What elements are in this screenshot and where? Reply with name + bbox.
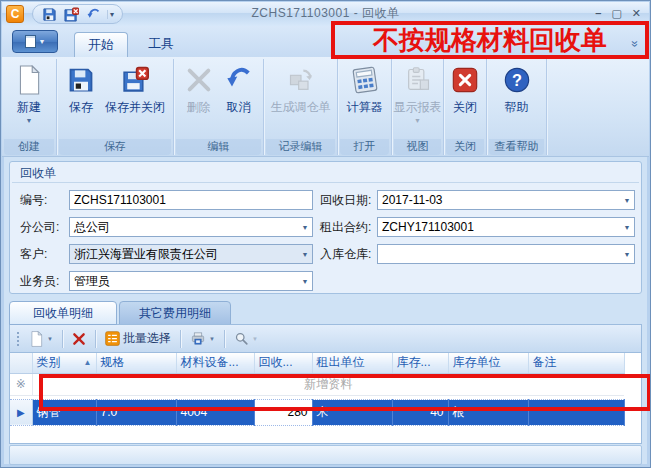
column-header-stock-qty[interactable]: 库存... <box>392 353 448 373</box>
annotation-text: 不按规格材料回收单 <box>373 23 607 58</box>
column-header-rent-unit[interactable]: 租出单位 <box>312 353 392 373</box>
chevron-down-icon: ▼ <box>47 336 53 342</box>
number-input[interactable] <box>69 190 313 210</box>
field-label-recycle-date: 回收日期: <box>320 190 378 210</box>
group-label-record-edit: 记录编辑 <box>266 139 335 155</box>
calculator-icon <box>349 64 381 96</box>
help-icon: ? <box>501 64 533 96</box>
group-label-open: 打开 <box>340 139 389 155</box>
tab-recycle-detail[interactable]: 回收单明细 <box>9 301 117 325</box>
annotation-box: 不按规格材料回收单 <box>331 21 649 59</box>
new-data-row[interactable]: ※ 新增资料 <box>10 373 624 395</box>
ribbon-group-close: 关闭 关闭 <box>444 59 487 155</box>
new-button[interactable]: 新建 ▼ <box>9 62 49 126</box>
cell-rent-unit[interactable]: 米 <box>312 399 392 425</box>
group-label-close: 关闭 <box>446 139 484 155</box>
inbound-warehouse-dropdown[interactable]: ▼ <box>377 244 635 264</box>
salesperson-dropdown[interactable]: 管理员 ▼ <box>69 271 313 291</box>
undo-icon <box>223 64 255 96</box>
field-label-lease-contract: 租出合约: <box>320 217 378 237</box>
chevron-down-icon: ▼ <box>620 251 634 258</box>
branch-dropdown[interactable]: 总公司 ▼ <box>69 217 313 237</box>
toolbar-grip <box>16 331 20 347</box>
close-form-button[interactable]: 关闭 <box>445 62 485 118</box>
app-menu-button[interactable]: ▼ <box>12 30 58 53</box>
cell-stock-unit[interactable]: 根 <box>448 399 528 425</box>
chevron-down-icon: ▼ <box>26 117 33 124</box>
column-header-spec[interactable]: 规格 <box>96 353 176 373</box>
group-label-view-help: 查看帮助 <box>489 139 544 155</box>
save-close-icon <box>119 64 151 96</box>
ribbon-group-open: 计算器 打开 <box>338 59 392 155</box>
window-title: ZCHS171103001 - 回收单 <box>2 5 649 22</box>
cell-remark[interactable] <box>528 399 624 425</box>
cell-material[interactable]: 4004 <box>176 399 254 425</box>
chevron-down-icon: ▼ <box>209 336 215 342</box>
show-report-button: 显示报表 ▼ <box>390 62 446 126</box>
ribbon: 新建 ▼ 创建 保存 保存并关闭 <box>2 57 649 157</box>
customer-dropdown[interactable]: 浙江兴海置业有限责任公司 ▼ <box>69 244 313 264</box>
window-controls: – ▢ ✕ <box>595 5 641 21</box>
field-label-customer: 客户: <box>20 244 70 264</box>
append-row-marker: ※ <box>10 373 32 395</box>
svg-text:?: ? <box>512 71 522 89</box>
add-row-button[interactable]: ▼ <box>26 329 56 349</box>
chevron-down-icon: ▼ <box>252 336 258 342</box>
delete-button: 删除 <box>179 62 219 118</box>
cell-recycle-qty-editor[interactable]: 280 <box>254 399 312 425</box>
save-and-close-button[interactable]: 保存并关闭 <box>101 62 169 118</box>
ribbon-group-save: 保存 保存并关闭 保存 <box>57 59 174 155</box>
close-button[interactable]: ✕ <box>632 5 641 21</box>
ribbon-group-edit: 删除 取消 编辑 <box>174 59 264 155</box>
help-button[interactable]: ? 帮助 <box>497 62 537 118</box>
application-window: C ▾ ZCHS171103001 - 回收单 – ▢ ✕ ▼ 开始 工具 <box>0 0 651 468</box>
app-menu-icon <box>25 35 36 48</box>
new-document-icon <box>13 64 45 96</box>
field-label-inbound-warehouse: 入库仓库: <box>320 244 378 264</box>
detail-grid: 类别▲ 规格 材料设备... 回收... 租出单位 库存... 库存单位 备注 … <box>9 353 642 444</box>
ribbon-group-view: 显示报表 ▼ 视图 <box>392 59 444 155</box>
recycle-form-groupbox: 回收单 编号: 回收日期: 2017-11-03 ▼ 分公司: 总公司 ▼ 租出… <box>9 161 642 294</box>
table-row[interactable]: ▶ 钢管 7.0 4004 280 米 40 根 <box>10 399 624 425</box>
cancel-button[interactable]: 取消 <box>219 62 259 118</box>
save-button[interactable]: 保存 <box>61 62 101 118</box>
column-header-category[interactable]: 类别▲ <box>32 353 96 373</box>
column-header-stock-unit[interactable]: 库存单位 <box>448 353 528 373</box>
save-icon <box>65 64 97 96</box>
groupbox-title: 回收单 <box>20 165 56 182</box>
cell-stock-qty[interactable]: 40 <box>392 399 448 425</box>
generate-transfer-button: 生成调仓单 <box>267 62 335 118</box>
ribbon-group-record-edit: 生成调仓单 记录编辑 <box>264 59 338 155</box>
cell-spec[interactable]: 7.0 <box>96 399 176 425</box>
transfer-boxes-icon <box>285 64 317 96</box>
export-print-button[interactable]: ▼ <box>187 329 218 348</box>
lease-contract-dropdown[interactable]: ZCHY171103001 ▼ <box>377 217 635 237</box>
new-row-hint: 新增资料 <box>32 373 624 395</box>
column-header-recycle-qty[interactable]: 回收... <box>254 353 312 373</box>
field-label-branch: 分公司: <box>20 217 70 237</box>
minimize-button[interactable]: – <box>595 5 601 21</box>
search-preview-button[interactable]: ▼ <box>231 329 261 348</box>
field-label-number: 编号: <box>20 190 70 210</box>
cell-category[interactable]: 钢管 <box>32 399 96 425</box>
grid-toolbar: ▼ 批量选择 ▼ ▼ <box>9 324 642 353</box>
tab-tools[interactable]: 工具 <box>135 32 187 57</box>
delete-x-icon <box>183 64 215 96</box>
column-header-material[interactable]: 材料设备... <box>176 353 254 373</box>
chevron-down-icon: ▼ <box>298 224 312 231</box>
chevron-down-icon: ▼ <box>298 278 312 285</box>
group-label-view: 视图 <box>394 139 441 155</box>
calculator-button[interactable]: 计算器 <box>343 62 387 118</box>
delete-row-button[interactable] <box>69 330 89 348</box>
maximize-button[interactable]: ▢ <box>611 5 621 21</box>
batch-select-button[interactable]: 批量选择 <box>102 328 174 349</box>
column-header-remark[interactable]: 备注 <box>528 353 624 373</box>
group-label-save: 保存 <box>59 139 171 155</box>
tab-start[interactable]: 开始 <box>74 32 128 57</box>
recycle-date-dropdown[interactable]: 2017-11-03 ▼ <box>377 190 635 210</box>
group-label-edit: 编辑 <box>176 139 261 155</box>
row-indicator-header <box>10 353 32 373</box>
tab-other-fees-detail[interactable]: 其它费用明细 <box>119 301 231 325</box>
form-client-area: 回收单 编号: 回收日期: 2017-11-03 ▼ 分公司: 总公司 ▼ 租出… <box>5 158 646 463</box>
chevron-down-icon: ▼ <box>414 117 421 124</box>
